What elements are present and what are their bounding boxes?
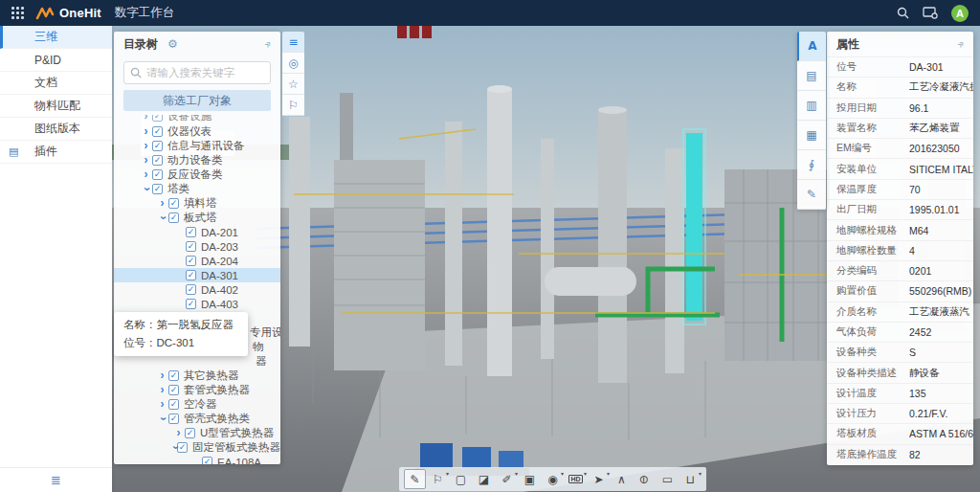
chevron-icon[interactable] [140, 140, 152, 152]
filter-plant-objects-button[interactable]: 筛选工厂对象 [123, 90, 271, 111]
sidebar-item-plugin[interactable]: 插件 [0, 141, 112, 164]
tree-node[interactable]: 反应设备类 [114, 168, 280, 182]
tree-node[interactable]: 固定管板式换热器 [114, 440, 280, 455]
sidebar-item-3d[interactable]: 三维 [0, 26, 112, 49]
measure-button[interactable]: ✐ [496, 469, 518, 489]
checkbox[interactable] [186, 284, 196, 295]
tree-node[interactable]: 套管式换热器 [114, 383, 280, 397]
checkbox[interactable] [186, 241, 196, 252]
tree-node-label: DA-301 [201, 270, 238, 281]
tree-node[interactable]: DA-204 [114, 254, 280, 268]
tree-node[interactable]: 管壳式换热类 [114, 412, 280, 426]
chevron-icon[interactable] [172, 427, 185, 439]
chevron-icon[interactable] [140, 183, 152, 195]
tree-node[interactable]: EA-108A [114, 455, 280, 464]
mouse-settings-button[interactable]: ⊖ [634, 469, 656, 489]
checkbox[interactable] [152, 155, 163, 166]
attachments-tab[interactable]: ∮ [797, 150, 826, 180]
markup-button[interactable]: ✎ [404, 469, 426, 489]
checkbox[interactable] [152, 184, 163, 194]
chevron-icon[interactable] [140, 115, 152, 123]
checkbox[interactable] [186, 256, 196, 266]
checkbox[interactable] [168, 385, 179, 395]
chevron-icon[interactable] [156, 212, 168, 224]
tree-node[interactable]: 板式塔 [114, 211, 280, 225]
records-tab[interactable]: ✎ [797, 180, 826, 210]
tree-node[interactable]: 填料塔 [114, 196, 280, 211]
property-row: 名称 工艺冷凝液汽提塔 [827, 77, 973, 97]
flag-button[interactable]: ⚐ [427, 469, 449, 489]
chevron-icon[interactable] [156, 369, 168, 382]
tree-node[interactable]: DA-402 [114, 282, 280, 297]
sidebar-item-material-match[interactable]: 物料匹配 [0, 95, 112, 118]
tree-node[interactable]: 动力设备类 [114, 153, 280, 168]
checkbox[interactable] [186, 227, 196, 237]
checkbox[interactable] [152, 115, 163, 122]
chevron-icon[interactable] [156, 384, 168, 396]
app-grid-icon[interactable] [11, 7, 24, 19]
drawings-tab[interactable]: ▥ [797, 91, 826, 121]
checkbox[interactable] [152, 141, 163, 151]
tree-node[interactable]: DA-201 [114, 225, 280, 239]
tree-node[interactable]: DA-301 [114, 268, 280, 282]
chevron-icon[interactable] [156, 413, 168, 425]
datasheet-tab[interactable]: ▦ [797, 121, 826, 150]
documents-tab[interactable]: ▤ [797, 61, 826, 91]
workspace-label[interactable]: 数字工作台 [115, 5, 175, 21]
screen-settings-icon[interactable] [923, 7, 938, 19]
tree-node[interactable]: 设备设施 [114, 115, 280, 124]
tree-node[interactable]: 信息与通讯设备 [114, 139, 280, 153]
sidebar-item-pid[interactable]: P&ID [0, 49, 112, 72]
locate-button[interactable]: ◎ [282, 53, 304, 74]
favorites-button[interactable]: ☆ [282, 74, 304, 95]
properties-panel-header: 属性 [827, 32, 973, 56]
tree-node[interactable]: DA-403 [114, 297, 280, 311]
checkbox[interactable] [168, 198, 179, 209]
user-avatar[interactable]: A [951, 5, 969, 22]
tree-settings-icon[interactable] [167, 37, 178, 51]
angle-button[interactable]: ∧ [611, 469, 633, 489]
comment-button[interactable]: ▭ [657, 469, 679, 489]
checkbox[interactable] [168, 399, 179, 410]
checkbox[interactable] [168, 414, 179, 424]
region-select-button[interactable]: ▢ [450, 469, 472, 489]
checkbox[interactable] [186, 299, 196, 309]
tree-node[interactable]: 塔类 [114, 182, 280, 196]
sidebar-item-docs[interactable]: 文档 [0, 72, 112, 95]
tree-node[interactable]: 仪器仪表 [114, 124, 280, 139]
tree-node[interactable]: 器 [114, 354, 280, 369]
hd-view-button[interactable]: HD [565, 469, 587, 489]
model-tree-button[interactable]: ≡ [282, 32, 304, 53]
sidebar-collapse-icon[interactable] [51, 473, 61, 487]
tree-search-input[interactable] [146, 67, 261, 78]
property-row: 介质名称 工艺凝液蒸汽 [827, 302, 973, 322]
tree-node[interactable]: 其它换热器 [114, 369, 280, 383]
tree-collapse-icon[interactable] [260, 36, 275, 51]
roam-button[interactable]: ◉ [542, 469, 564, 489]
checkbox[interactable] [152, 126, 163, 137]
checkbox[interactable] [168, 212, 179, 223]
checkbox[interactable] [186, 270, 196, 280]
flag-marker-button[interactable]: ⚐ [282, 95, 304, 116]
chevron-icon[interactable] [156, 398, 168, 411]
tree-node[interactable]: U型管式换热器 [114, 426, 280, 440]
checkbox[interactable] [152, 169, 163, 180]
fly-button[interactable]: ➤ [588, 469, 610, 489]
properties-collapse-icon[interactable] [953, 36, 968, 51]
chevron-icon[interactable] [140, 168, 152, 181]
paint-button[interactable]: ◪ [473, 469, 495, 489]
chevron-icon[interactable] [140, 125, 152, 138]
chevron-icon[interactable] [140, 154, 152, 167]
chevron-icon[interactable] [156, 197, 168, 210]
checkbox[interactable] [202, 457, 212, 464]
logo[interactable]: OneHit [35, 6, 101, 20]
tree-node[interactable]: 空冷器 [114, 397, 280, 412]
delete-button[interactable]: ⊔ [679, 469, 702, 489]
checkbox[interactable] [168, 370, 179, 381]
checkbox[interactable] [185, 428, 195, 438]
tree-node[interactable]: DA-203 [114, 239, 280, 254]
properties-tab[interactable]: A [797, 32, 826, 61]
snapshot-button[interactable]: ▣ [519, 469, 541, 489]
search-icon[interactable] [897, 7, 909, 19]
sidebar-item-drawing-version[interactable]: 图纸版本 [0, 118, 112, 141]
